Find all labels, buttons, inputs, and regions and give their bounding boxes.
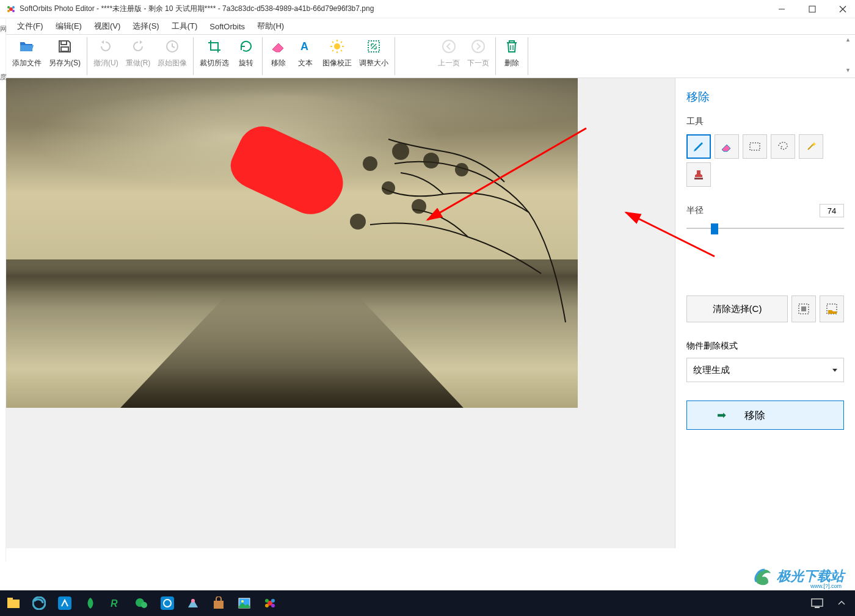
svg-rect-37 (801, 306, 806, 311)
save-selection-button[interactable] (791, 295, 816, 322)
svg-line-20 (341, 42, 342, 43)
task-store[interactable] (210, 595, 227, 612)
svg-point-47 (141, 602, 147, 608)
svg-point-30 (382, 181, 395, 195)
svg-line-21 (332, 50, 333, 51)
radius-value[interactable]: 74 (820, 204, 844, 217)
app-icon (6, 4, 16, 14)
remove-tool-button[interactable]: 移除 (265, 37, 292, 70)
prev-icon (441, 38, 457, 54)
task-photos[interactable] (236, 595, 253, 612)
undo-button[interactable]: 撤消(U) (90, 37, 122, 70)
svg-point-28 (392, 143, 409, 160)
svg-rect-48 (161, 596, 174, 610)
next-page-button[interactable]: 下一页 (464, 37, 493, 70)
window-title: SoftOrbits Photo Editor - ****未注册版 - 剩余 … (20, 4, 776, 14)
tools-label: 工具 (686, 116, 844, 127)
arrow-right-icon: ➡ (717, 408, 726, 422)
svg-point-33 (455, 163, 468, 176)
canvas-image[interactable] (6, 78, 578, 408)
crop-button[interactable]: 裁切所选 (196, 37, 233, 70)
svg-point-1 (7, 6, 10, 9)
slider-thumb[interactable] (711, 223, 718, 234)
task-app-1[interactable] (56, 595, 73, 612)
redo-icon (130, 38, 146, 54)
magic-wand-tool[interactable] (799, 134, 823, 159)
save-as-button[interactable]: 另存为(S) (45, 37, 84, 70)
clear-selection-button[interactable]: 清除选择(C) (686, 295, 788, 322)
svg-rect-34 (750, 143, 760, 150)
menu-softorbits[interactable]: SoftOrbits (203, 21, 251, 32)
eraser-tool[interactable] (715, 134, 739, 159)
radius-slider[interactable] (686, 222, 844, 234)
resize-icon (366, 38, 382, 54)
delete-button[interactable]: 删除 (498, 37, 525, 70)
resize-button[interactable]: 调整大小 (355, 37, 392, 70)
task-wechat[interactable] (133, 595, 150, 612)
left-edge-fragment: 网 度 (0, 18, 6, 562)
task-app-4[interactable] (159, 595, 176, 612)
menu-file[interactable]: 文件(F) (11, 20, 49, 33)
svg-rect-42 (7, 598, 13, 601)
save-icon (57, 38, 73, 54)
mode-dropdown[interactable]: 纹理生成 (686, 358, 844, 382)
rect-select-tool[interactable] (743, 134, 767, 159)
remove-button[interactable]: ➡ 移除 (686, 400, 844, 430)
menu-tools[interactable]: 工具(T) (166, 20, 204, 33)
task-app-5[interactable] (184, 595, 202, 612)
folder-open-icon (19, 38, 35, 54)
lasso-icon (776, 140, 790, 153)
close-button[interactable] (837, 3, 849, 15)
svg-point-0 (9, 7, 13, 11)
task-explorer[interactable] (5, 595, 22, 612)
radius-label: 半径 (686, 205, 704, 216)
crop-icon (206, 38, 222, 54)
svg-point-2 (12, 6, 15, 9)
svg-point-56 (271, 599, 275, 603)
original-button[interactable]: 原始图像 (154, 37, 191, 70)
svg-point-50 (191, 599, 195, 603)
menu-help[interactable]: 帮助(H) (251, 20, 290, 33)
stamp-tool[interactable] (686, 162, 711, 187)
canvas-area[interactable] (6, 78, 675, 548)
side-panel: 移除 工具 半径 74 清除选择(C) 物件删除模式 纹理生成 (675, 78, 855, 548)
task-app-3[interactable]: R (107, 595, 125, 612)
add-file-button[interactable]: 添加文件 (9, 37, 45, 70)
watermark-icon (752, 566, 773, 587)
svg-point-13 (334, 43, 340, 49)
task-softorbits[interactable] (261, 595, 278, 612)
eraser-icon (271, 38, 286, 54)
load-sel-icon (826, 303, 838, 315)
text-button[interactable]: A 文本 (292, 37, 319, 70)
svg-rect-35 (694, 178, 703, 179)
task-edge[interactable] (31, 595, 48, 612)
menu-edit[interactable]: 编辑(E) (49, 20, 88, 33)
svg-point-31 (412, 199, 426, 214)
rotate-button[interactable]: 旋转 (233, 37, 260, 70)
minimize-button[interactable] (776, 3, 788, 15)
task-tray-1[interactable] (809, 595, 826, 612)
task-app-2[interactable] (82, 595, 99, 612)
svg-point-55 (265, 599, 269, 603)
svg-rect-59 (812, 599, 823, 606)
menu-view[interactable]: 视图(V) (88, 20, 126, 33)
lasso-tool[interactable] (771, 134, 795, 159)
correction-button[interactable]: 图像校正 (319, 37, 355, 70)
maximize-button[interactable] (806, 3, 818, 15)
watermark-url: www.[?].com (810, 583, 842, 589)
svg-point-32 (350, 214, 366, 230)
redo-button[interactable]: 重做(R) (122, 37, 155, 70)
tree-graphic (321, 127, 578, 322)
menu-select[interactable]: 选择(S) (126, 20, 165, 33)
toolbar-scroll-indicator: ▲▼ (845, 37, 851, 73)
svg-point-57 (265, 604, 269, 607)
load-selection-button[interactable] (820, 295, 844, 322)
svg-line-18 (332, 42, 333, 43)
svg-text:R: R (111, 598, 118, 609)
prev-page-button[interactable]: 上一页 (434, 37, 464, 70)
brush-mark (232, 139, 345, 219)
task-tray-up[interactable] (833, 595, 850, 612)
svg-rect-44 (58, 596, 71, 610)
pencil-tool[interactable] (686, 134, 711, 159)
svg-rect-10 (61, 47, 68, 51)
